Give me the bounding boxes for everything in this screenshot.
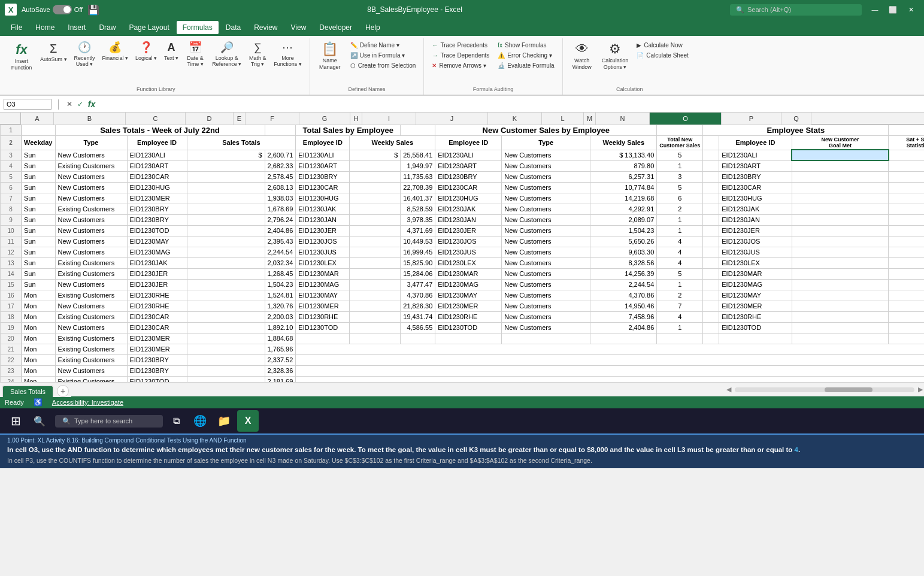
cell-k8[interactable]: 4,292.91 xyxy=(590,204,657,214)
cell-n19[interactable]: EID1230TOD xyxy=(719,322,792,333)
col-header-k[interactable]: K xyxy=(488,113,542,125)
cell-b20[interactable]: Existing Customers xyxy=(55,333,127,344)
cell-b3[interactable]: New Customers xyxy=(55,150,127,160)
cell-b21[interactable]: Existing Customers xyxy=(55,344,127,354)
cell-m5[interactable] xyxy=(703,171,719,182)
col-header-f[interactable]: F xyxy=(246,113,299,125)
cell-c4[interactable]: EID1230ART xyxy=(127,160,187,171)
cell-b1[interactable]: Sales Totals - Week of July 22nd xyxy=(55,125,265,136)
cell-d19[interactable] xyxy=(187,322,265,333)
cell-p14[interactable] xyxy=(889,268,924,279)
cell-l20[interactable] xyxy=(657,333,703,344)
cell-c10[interactable]: EID1230TOD xyxy=(127,225,187,236)
cell-c16[interactable]: EID1230RHE xyxy=(127,290,187,301)
cell-e14[interactable]: 1,268.45 xyxy=(265,268,296,279)
cell-h20[interactable] xyxy=(401,333,435,344)
cell-n15[interactable]: EID1230MAG xyxy=(719,279,792,290)
calculation-options-button[interactable]: ⚙ CalculationOptions ▾ xyxy=(599,40,632,72)
cell-f13[interactable]: EID1230LEX xyxy=(296,257,350,268)
cell-a14[interactable]: Sun xyxy=(22,268,56,279)
cell-g16[interactable] xyxy=(350,290,401,301)
cell-k19[interactable]: 2,404.86 xyxy=(590,322,657,333)
cell-a18[interactable]: Mon xyxy=(22,311,56,322)
cell-f20[interactable] xyxy=(296,333,350,344)
error-checking-button[interactable]: ⚠️ Error Checking ▾ xyxy=(495,51,557,60)
cell-k2[interactable]: Weekly Sales xyxy=(590,136,657,150)
cell-l11[interactable]: 4 xyxy=(657,236,703,247)
cell-l14[interactable]: 5 xyxy=(657,268,703,279)
cell-l8[interactable]: 2 xyxy=(657,204,703,214)
cell-a3[interactable]: Sun xyxy=(22,150,56,160)
cell-n10[interactable]: EID1230JER xyxy=(719,225,792,236)
cell-i15[interactable]: EID1230MAG xyxy=(435,279,502,290)
cell-m10[interactable] xyxy=(703,225,719,236)
cell-j11[interactable]: New Customers xyxy=(502,236,590,247)
cell-n4[interactable]: EID1230ART xyxy=(719,160,792,171)
cell-i16[interactable]: EID1230MAY xyxy=(435,290,502,301)
cell-e22[interactable]: 2,337.52 xyxy=(265,354,296,365)
menu-draw[interactable]: Draw xyxy=(93,21,122,34)
cell-d20[interactable] xyxy=(187,333,265,344)
cell-f18[interactable]: EID1230RHE xyxy=(296,311,350,322)
cell-c17[interactable]: EID1230RHE xyxy=(127,301,187,311)
cell-i4[interactable]: EID1230ART xyxy=(435,160,502,171)
autosave-toggle[interactable] xyxy=(53,5,72,14)
cell-a12[interactable]: Sun xyxy=(22,247,56,257)
cell-d14[interactable] xyxy=(187,268,265,279)
search-button[interactable]: 🔍 xyxy=(29,410,50,432)
cell-b18[interactable]: Existing Customers xyxy=(55,311,127,322)
cell-f17[interactable]: EID1230MER xyxy=(296,301,350,311)
task-view-button[interactable]: ⧉ xyxy=(165,410,187,432)
cell-k12[interactable]: 9,603.30 xyxy=(590,247,657,257)
cell-k4[interactable]: 879.80 xyxy=(590,160,657,171)
cell-m20[interactable] xyxy=(703,333,719,344)
cell-o4[interactable] xyxy=(792,160,889,171)
cell-h14[interactable]: 15,284.06 xyxy=(401,268,435,279)
col-header-e[interactable]: E xyxy=(234,113,246,125)
cell-j12[interactable]: New Customers xyxy=(502,247,590,257)
cell-a11[interactable]: Sun xyxy=(22,236,56,247)
save-icon[interactable]: 💾 xyxy=(87,4,99,16)
cell-e17[interactable]: 1,320.76 xyxy=(265,301,296,311)
cell-m13[interactable] xyxy=(703,257,719,268)
cell-g19[interactable] xyxy=(350,322,401,333)
name-manager-button[interactable]: 📋 NameManager xyxy=(315,40,345,72)
cell-p13[interactable] xyxy=(889,257,924,268)
cell-m15[interactable] xyxy=(703,279,719,290)
cell-d7[interactable] xyxy=(187,193,265,204)
cell-k17[interactable]: 14,950.46 xyxy=(590,301,657,311)
cell-b16[interactable]: Existing Customers xyxy=(55,290,127,301)
cell-m2[interactable] xyxy=(703,136,719,150)
cell-h13[interactable]: 15,825.90 xyxy=(401,257,435,268)
col-header-l[interactable]: L xyxy=(542,113,584,125)
cell-k18[interactable]: 7,458.96 xyxy=(590,311,657,322)
cell-p11[interactable] xyxy=(889,236,924,247)
cell-f6[interactable]: EID1230CAR xyxy=(296,182,350,193)
cell-g7[interactable] xyxy=(350,193,401,204)
minimize-button[interactable]: — xyxy=(867,4,883,16)
cell-m8[interactable] xyxy=(703,204,719,214)
cell-c2[interactable]: Employee ID xyxy=(127,136,187,150)
cell-g20[interactable] xyxy=(350,333,401,344)
cell-p4[interactable] xyxy=(889,160,924,171)
cell-a7[interactable]: Sun xyxy=(22,193,56,204)
cell-p9[interactable] xyxy=(889,214,924,225)
cell-j10[interactable]: New Customers xyxy=(502,225,590,236)
cell-b11[interactable]: New Customers xyxy=(55,236,127,247)
cell-b7[interactable]: New Customers xyxy=(55,193,127,204)
cell-e20[interactable]: 1,884.68 xyxy=(265,333,296,344)
cell-e9[interactable]: 2,796.24 xyxy=(265,214,296,225)
cell-b24[interactable]: Existing Customers xyxy=(55,376,127,382)
cell-e15[interactable]: 1,504.23 xyxy=(265,279,296,290)
cell-e23[interactable]: 2,328.36 xyxy=(265,365,296,376)
cell-g17[interactable] xyxy=(350,301,401,311)
cell-k11[interactable]: 5,650.26 xyxy=(590,236,657,247)
cell-l6[interactable]: 5 xyxy=(657,182,703,193)
cell-i18[interactable]: EID1230RHE xyxy=(435,311,502,322)
cell-h7[interactable]: 16,401.37 xyxy=(401,193,435,204)
cell-g6[interactable] xyxy=(350,182,401,193)
cell-p18[interactable] xyxy=(889,311,924,322)
cell-f10[interactable]: EID1230JER xyxy=(296,225,350,236)
cell-p3[interactable] xyxy=(889,150,924,160)
cell-f7[interactable]: EID1230HUG xyxy=(296,193,350,204)
